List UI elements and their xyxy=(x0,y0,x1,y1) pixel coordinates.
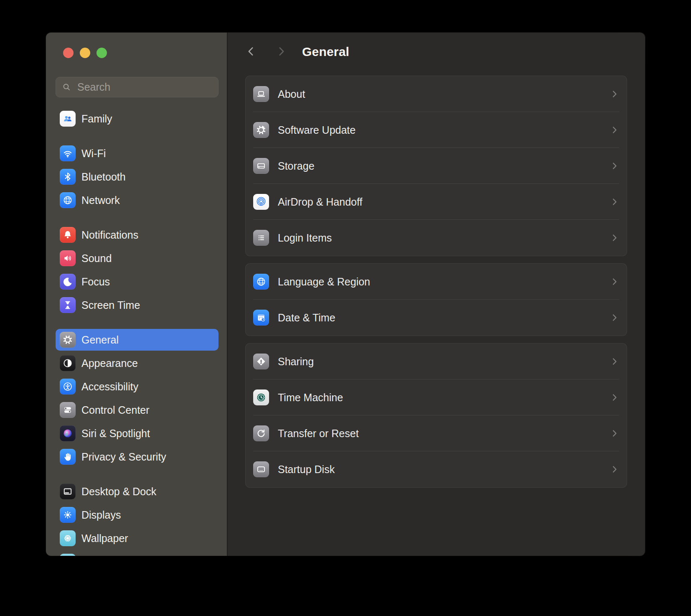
sidebar-item-control-center[interactable]: Control Center xyxy=(56,399,218,421)
sidebar-item-displays[interactable]: Displays xyxy=(56,504,218,526)
language-region-icon xyxy=(253,274,269,290)
sidebar-item-family[interactable]: Family xyxy=(56,108,218,130)
settings-row-transfer-reset[interactable]: Transfer or Reset xyxy=(246,415,627,451)
sidebar-nav: FamilyWi-FiBluetoothNetworkNotifications… xyxy=(46,108,227,556)
settings-row-startup-disk[interactable]: Startup Disk xyxy=(246,451,627,487)
settings-row-label: Language & Region xyxy=(278,276,370,288)
control-center-icon xyxy=(60,402,76,418)
notifications-icon xyxy=(60,227,76,243)
sidebar-item-privacy-security[interactable]: Privacy & Security xyxy=(56,446,218,468)
sidebar-item-label: Screen Time xyxy=(81,299,140,311)
sharing-icon xyxy=(253,354,269,369)
accessibility-icon xyxy=(60,379,76,395)
settings-row-label: Date & Time xyxy=(278,312,335,324)
sidebar-item-label: Desktop & Dock xyxy=(81,486,156,498)
chevron-right-icon xyxy=(610,125,619,135)
chevron-right-icon xyxy=(275,46,287,57)
settings-row-time-machine[interactable]: Time Machine xyxy=(246,379,627,415)
general-icon xyxy=(60,332,76,348)
sidebar-item-focus[interactable]: Focus xyxy=(56,271,218,293)
sidebar-group-gap xyxy=(56,213,218,224)
chevron-right-icon xyxy=(610,89,619,99)
settings-row-about[interactable]: About xyxy=(246,76,627,112)
sidebar-item-desktop-dock[interactable]: Desktop & Dock xyxy=(56,481,218,502)
sidebar-group-gap xyxy=(56,318,218,329)
network-icon xyxy=(60,192,76,208)
settings-row-storage[interactable]: Storage xyxy=(246,148,627,184)
sidebar-group-gap xyxy=(56,469,218,481)
settings-row-label: About xyxy=(278,88,305,100)
sidebar-item-label: Sound xyxy=(81,252,112,265)
settings-row-date-time[interactable]: Date & Time xyxy=(246,300,627,336)
settings-row-label: Storage xyxy=(278,160,315,172)
sidebar-group-gap xyxy=(56,131,218,143)
settings-row-label: AirDrop & Handoff xyxy=(278,196,362,208)
sidebar-item-label: Displays xyxy=(81,509,121,521)
settings-sections: AboutSoftware UpdateStorageAirDrop & Han… xyxy=(228,76,645,488)
siri-icon xyxy=(60,425,76,441)
bluetooth-icon xyxy=(60,169,76,185)
partial-icon xyxy=(60,554,76,556)
sidebar-item-network[interactable]: Network xyxy=(56,189,218,211)
focus-icon xyxy=(60,274,76,290)
sidebar-item-label: Control Center xyxy=(81,404,150,416)
chevron-right-icon xyxy=(610,393,619,402)
sidebar-item-notifications[interactable]: Notifications xyxy=(56,224,218,246)
content-pane: General AboutSoftware UpdateStorageAirDr… xyxy=(227,33,645,556)
chevron-right-icon xyxy=(610,313,619,322)
chevron-right-icon xyxy=(610,357,619,366)
sidebar: FamilyWi-FiBluetoothNetworkNotifications… xyxy=(46,33,227,556)
sidebar-item-label: Focus xyxy=(81,276,110,288)
page-title: General xyxy=(302,45,349,59)
settings-row-airdrop-handoff[interactable]: AirDrop & Handoff xyxy=(246,184,627,220)
sound-icon xyxy=(60,250,76,266)
settings-row-label: Software Update xyxy=(278,124,356,136)
settings-row-login-items[interactable]: Login Items xyxy=(246,220,627,256)
settings-row-label: Time Machine xyxy=(278,392,343,404)
wifi-icon xyxy=(60,145,76,161)
content-header: General xyxy=(228,33,645,76)
screen-time-icon xyxy=(60,297,76,313)
family-icon xyxy=(60,111,76,127)
sidebar-item-appearance[interactable]: Appearance xyxy=(56,352,218,374)
sidebar-item-partial[interactable] xyxy=(56,551,218,556)
sidebar-item-label: Wallpaper xyxy=(81,532,128,545)
traffic-light-zoom[interactable] xyxy=(97,48,107,58)
appearance-icon xyxy=(60,355,76,371)
sidebar-item-wifi[interactable]: Wi-Fi xyxy=(56,143,218,164)
sidebar-item-accessibility[interactable]: Accessibility xyxy=(56,376,218,397)
sidebar-item-general[interactable]: General xyxy=(56,329,218,351)
desktop-background: FamilyWi-FiBluetoothNetworkNotifications… xyxy=(0,0,691,616)
nav-forward-button[interactable] xyxy=(275,46,287,57)
traffic-light-minimize[interactable] xyxy=(80,48,90,58)
settings-row-sharing[interactable]: Sharing xyxy=(246,344,627,379)
chevron-right-icon xyxy=(610,197,619,206)
sidebar-item-label: Notifications xyxy=(81,229,138,241)
sidebar-item-label: Siri & Spotlight xyxy=(81,428,150,440)
settings-row-language-region[interactable]: Language & Region xyxy=(246,264,627,300)
search-field[interactable] xyxy=(56,77,218,97)
software-update-icon xyxy=(253,122,269,138)
wallpaper-icon xyxy=(60,530,76,546)
sidebar-item-label: Wi-Fi xyxy=(81,148,106,160)
sidebar-item-screen-time[interactable]: Screen Time xyxy=(56,294,218,316)
search-input[interactable] xyxy=(76,81,212,94)
nav-back-button[interactable] xyxy=(245,46,257,57)
settings-row-label: Login Items xyxy=(278,232,332,244)
settings-row-label: Sharing xyxy=(278,356,314,368)
sidebar-item-wallpaper[interactable]: Wallpaper xyxy=(56,527,218,549)
sidebar-item-bluetooth[interactable]: Bluetooth xyxy=(56,166,218,188)
titlebar-traffic-lights xyxy=(63,48,107,58)
settings-row-label: Transfer or Reset xyxy=(278,428,359,440)
settings-row-software-update[interactable]: Software Update xyxy=(246,112,627,148)
sidebar-item-sound[interactable]: Sound xyxy=(56,247,218,269)
traffic-light-close[interactable] xyxy=(63,48,74,58)
chevron-right-icon xyxy=(610,277,619,286)
desktop-dock-icon xyxy=(60,484,76,499)
airdrop-icon xyxy=(253,194,269,210)
privacy-icon xyxy=(60,449,76,465)
settings-group: Language & RegionDate & Time xyxy=(245,263,627,336)
sidebar-item-siri-spotlight[interactable]: Siri & Spotlight xyxy=(56,423,218,444)
sidebar-item-label: Family xyxy=(81,113,112,125)
startup-disk-icon xyxy=(253,461,269,477)
